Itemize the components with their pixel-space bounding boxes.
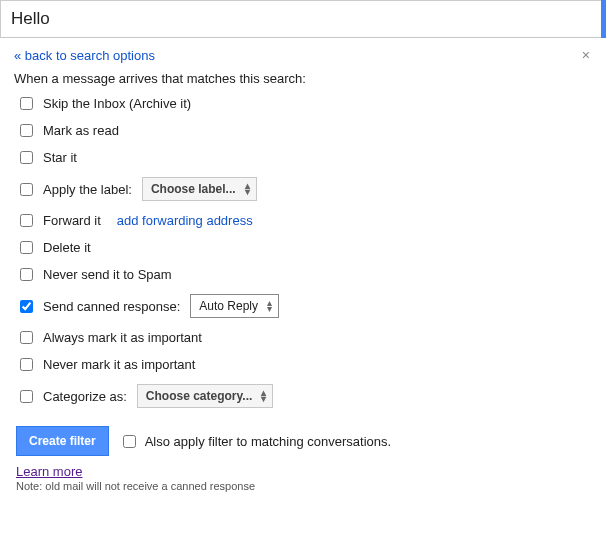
checkbox-delete[interactable] (20, 241, 33, 254)
label-also-apply: Also apply filter to matching conversati… (145, 434, 391, 449)
checkbox-canned-response[interactable] (20, 300, 33, 313)
option-canned-response: Send canned response: Auto Reply ▴▾ (20, 294, 592, 318)
label-star: Star it (43, 150, 77, 165)
option-categorize: Categorize as: Choose category... ▴▾ (20, 384, 592, 408)
dropdown-categorize-text: Choose category... (146, 389, 252, 403)
dropdown-canned-response[interactable]: Auto Reply ▴▾ (190, 294, 279, 318)
label-delete: Delete it (43, 240, 91, 255)
checkbox-forward[interactable] (20, 214, 33, 227)
option-apply-label: Apply the label: Choose label... ▴▾ (20, 177, 592, 201)
chevron-updown-icon: ▴▾ (267, 300, 272, 312)
label-never-important: Never mark it as important (43, 357, 195, 372)
intro-text: When a message arrives that matches this… (14, 71, 592, 86)
option-forward: Forward it add forwarding address (20, 213, 592, 228)
checkbox-never-important[interactable] (20, 358, 33, 371)
dropdown-categorize[interactable]: Choose category... ▴▾ (137, 384, 273, 408)
option-mark-read: Mark as read (20, 123, 592, 138)
label-apply-label: Apply the label: (43, 182, 132, 197)
checkbox-also-apply[interactable] (123, 435, 136, 448)
option-delete: Delete it (20, 240, 592, 255)
chevron-updown-icon: ▴▾ (261, 390, 266, 402)
option-never-spam: Never send it to Spam (20, 267, 592, 282)
learn-more-link[interactable]: Learn more (16, 464, 82, 479)
close-icon[interactable]: × (582, 48, 590, 62)
dropdown-canned-response-text: Auto Reply (199, 299, 258, 313)
chevron-updown-icon: ▴▾ (245, 183, 250, 195)
label-canned-response: Send canned response: (43, 299, 180, 314)
option-always-important: Always mark it as important (20, 330, 592, 345)
option-star: Star it (20, 150, 592, 165)
checkbox-skip-inbox[interactable] (20, 97, 33, 110)
filter-panel: × « back to search options When a messag… (0, 38, 606, 506)
label-forward: Forward it (43, 213, 101, 228)
label-never-spam: Never send it to Spam (43, 267, 172, 282)
label-mark-read: Mark as read (43, 123, 119, 138)
checkbox-always-important[interactable] (20, 331, 33, 344)
checkbox-apply-label[interactable] (20, 183, 33, 196)
footer-row: Create filter Also apply filter to match… (16, 426, 592, 456)
checkbox-categorize[interactable] (20, 390, 33, 403)
checkbox-star[interactable] (20, 151, 33, 164)
note-text: Note: old mail will not receive a canned… (16, 480, 592, 492)
back-to-search-link[interactable]: « back to search options (14, 48, 155, 63)
option-skip-inbox: Skip the Inbox (Archive it) (20, 96, 592, 111)
option-never-important: Never mark it as important (20, 357, 592, 372)
dropdown-choose-label-text: Choose label... (151, 182, 236, 196)
also-apply-wrapper: Also apply filter to matching conversati… (119, 432, 391, 451)
checkbox-never-spam[interactable] (20, 268, 33, 281)
label-skip-inbox: Skip the Inbox (Archive it) (43, 96, 191, 111)
search-query: Hello (11, 9, 50, 29)
label-categorize: Categorize as: (43, 389, 127, 404)
add-forwarding-link[interactable]: add forwarding address (117, 213, 253, 228)
search-button-edge[interactable] (601, 0, 606, 38)
search-bar[interactable]: Hello (0, 0, 606, 38)
dropdown-choose-label[interactable]: Choose label... ▴▾ (142, 177, 257, 201)
label-always-important: Always mark it as important (43, 330, 202, 345)
create-filter-button[interactable]: Create filter (16, 426, 109, 456)
checkbox-mark-read[interactable] (20, 124, 33, 137)
